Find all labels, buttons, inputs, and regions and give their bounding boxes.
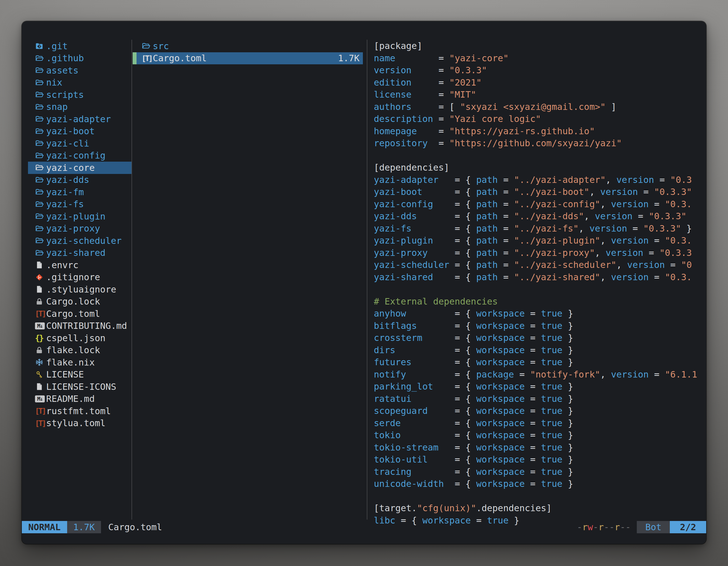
folder-open-icon [35, 113, 46, 125]
folder-open-icon [35, 150, 46, 161]
file-name: yazi-scheduler [46, 236, 122, 245]
folder-open-icon [35, 138, 46, 149]
file-row[interactable]: nix [28, 77, 131, 89]
file-name: LICENSE [46, 370, 84, 379]
file-row[interactable]: src [133, 40, 363, 52]
file-name: src [153, 42, 169, 51]
license-key-icon [35, 368, 46, 380]
folder-open-icon [35, 89, 46, 101]
file-row[interactable]: scripts [28, 89, 131, 101]
folder-open-icon [35, 101, 46, 113]
file-name: yazi-core [46, 163, 95, 172]
preview-line [374, 150, 706, 162]
file-row[interactable]: yazi-fs [28, 198, 131, 211]
yazi-terminal-window: .git.githubassetsnixscriptssnapyazi-adap… [22, 21, 706, 544]
file-name: CONTRIBUTING.md [46, 321, 127, 330]
preview-line: tokio-util = { workspace = true } [374, 454, 706, 466]
file-row[interactable]: yazi-core [28, 162, 131, 174]
file-name: yazi-fs [46, 200, 84, 209]
file-row[interactable]: yazi-adapter [28, 113, 131, 125]
file-name: snap [46, 102, 68, 111]
pane-divider-left [131, 40, 132, 520]
file-row[interactable]: M↓README.md [28, 393, 131, 405]
git-icon [35, 271, 46, 283]
status-bar-right: -rw-r--r-- Bot 2/2 [577, 521, 706, 533]
folder-open-icon [35, 52, 46, 64]
preview-line: version = "0.3.3" [374, 64, 706, 77]
preview-line: [dependencies] [374, 162, 706, 174]
folder-open-icon [35, 198, 46, 210]
file-row[interactable]: yazi-proxy [28, 223, 131, 235]
file-preview-pane: [package]name = "yazi-core"version = "0.… [374, 40, 706, 527]
preview-line: unicode-width = { workspace = true } [374, 478, 706, 490]
markdown-icon: M↓ [35, 393, 46, 405]
file-row[interactable]: Cargo.lock [28, 295, 131, 308]
folder-open-icon [35, 247, 46, 259]
preview-line: yazi-adapter = { path = "../yazi-adapter… [374, 174, 706, 186]
file-row[interactable]: snap [28, 101, 131, 113]
current-directory-pane: src[T]Cargo.toml1.7K [131, 40, 367, 64]
file-row[interactable]: yazi-fm [28, 186, 131, 198]
folder-open-icon [35, 235, 46, 247]
file-permissions: -rw-r--r-- [577, 522, 631, 532]
file-row[interactable]: [T]stylua.toml [28, 417, 131, 429]
file-row[interactable]: LICENSE [28, 368, 131, 381]
file-name: assets [46, 66, 79, 75]
preview-line: name = "yazi-core" [374, 52, 706, 65]
file-size: 1.7K [338, 53, 360, 64]
json-braces-icon: {} [35, 332, 46, 344]
mode-badge: NORMAL [22, 521, 67, 533]
folder-open-icon [35, 77, 46, 88]
file-row[interactable]: yazi-boot [28, 125, 131, 138]
preview-line: license = "MIT" [374, 89, 706, 101]
file-name: Cargo.toml [46, 309, 100, 318]
file-name: .styluaignore [46, 285, 116, 294]
toml-icon: [T] [142, 52, 153, 64]
preview-line: parking_lot = { workspace = true } [374, 380, 706, 393]
file-name: yazi-boot [46, 127, 95, 136]
file-row[interactable]: .gitignore [28, 271, 131, 283]
preview-line [374, 490, 706, 502]
file-row[interactable]: [T]rustfmt.toml [28, 405, 131, 417]
file-row[interactable]: yazi-scheduler [28, 235, 131, 247]
parent-directory-pane: .git.githubassetsnixscriptssnapyazi-adap… [28, 40, 131, 429]
file-name: .github [46, 54, 84, 63]
file-row[interactable]: flake.nix [28, 356, 131, 368]
preview-line: scopeguard = { workspace = true } [374, 405, 706, 417]
file-row[interactable]: yazi-shared [28, 247, 131, 259]
pane-divider-right [367, 40, 367, 520]
folder-open-icon [35, 223, 46, 234]
file-row[interactable]: flake.lock [28, 344, 131, 356]
file-icon [35, 381, 46, 393]
preview-line: yazi-proxy = { path = "../yazi-proxy", v… [374, 247, 706, 259]
file-row[interactable]: yazi-config [28, 150, 131, 162]
file-row[interactable]: .envrc [28, 259, 131, 271]
preview-line: yazi-fs = { path = "../yazi-fs", version… [374, 223, 706, 235]
file-row[interactable]: LICENSE-ICONS [28, 380, 131, 393]
file-row[interactable]: yazi-dds [28, 174, 131, 186]
file-row[interactable]: [T]Cargo.toml1.7K [133, 52, 363, 65]
file-row[interactable]: {}cspell.json [28, 332, 131, 344]
toml-icon: [T] [35, 308, 46, 319]
folder-open-icon [35, 65, 46, 76]
cursor-counter-badge: 2/2 [670, 521, 706, 533]
file-row[interactable]: M↓CONTRIBUTING.md [28, 320, 131, 332]
preview-line: tokio-stream = { workspace = true } [374, 441, 706, 454]
preview-line: tracing = { workspace = true } [374, 466, 706, 478]
file-name: yazi-plugin [46, 212, 105, 221]
file-row[interactable]: .styluaignore [28, 283, 131, 295]
file-row[interactable]: [T]Cargo.toml [28, 307, 131, 320]
preview-line: repository = "https://github.com/sxyazi/… [374, 137, 706, 150]
file-row[interactable]: .github [28, 52, 131, 65]
file-row[interactable]: assets [28, 64, 131, 77]
file-name: Cargo.lock [46, 297, 100, 306]
preview-line: edition = "2021" [374, 77, 706, 89]
file-row[interactable]: yazi-cli [28, 137, 131, 150]
status-bar-left: NORMAL 1.7K Cargo.toml [22, 521, 162, 533]
file-row[interactable]: .git [28, 40, 131, 52]
file-row[interactable]: yazi-plugin [28, 210, 131, 223]
preview-line: serde = { workspace = true } [374, 417, 706, 429]
folder-open-icon [35, 162, 46, 174]
file-name: .envrc [46, 261, 79, 270]
lock-icon [35, 295, 46, 307]
